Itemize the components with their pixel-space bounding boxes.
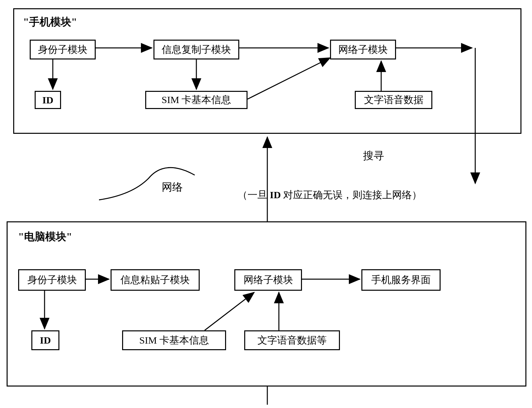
computer-info-paste-sub-box: 信息粘贴子模块 [111, 269, 200, 291]
search-label: 搜寻 [363, 149, 384, 163]
phone-id-box: ID [35, 91, 61, 109]
id-match-annotation: （一旦 ID 对应正确无误，则连接上网络） [238, 188, 422, 202]
network-label: 网络 [162, 180, 183, 195]
computer-id-label: ID [40, 335, 51, 346]
computer-phone-service-ui-label: 手机服务界面 [371, 273, 431, 287]
computer-sim-info-box: SIM 卡基本信息 [122, 330, 226, 350]
computer-network-sub-box: 网络子模块 [234, 269, 302, 291]
annotation-suffix: 对应正确无误，则连接上网络） [281, 189, 422, 200]
computer-network-sub-label: 网络子模块 [244, 273, 293, 287]
computer-identity-sub-box: 身份子模块 [18, 269, 86, 291]
phone-sim-info-label: SIM 卡基本信息 [162, 93, 231, 107]
phone-module-container [13, 8, 521, 134]
phone-module-title: "手机模块" [23, 15, 77, 29]
phone-id-label: ID [42, 94, 53, 106]
phone-network-sub-box: 网络子模块 [330, 40, 396, 59]
computer-module-title: "电脑模块" [18, 230, 72, 244]
computer-identity-sub-label: 身份子模块 [27, 273, 77, 287]
phone-info-copy-sub-box: 信息复制子模块 [153, 40, 239, 59]
computer-sim-info-label: SIM 卡基本信息 [139, 334, 209, 347]
computer-text-voice-data-label: 文字语音数据等 [257, 334, 327, 347]
phone-network-sub-label: 网络子模块 [338, 43, 388, 56]
computer-module-container [7, 221, 526, 387]
phone-identity-sub-box: 身份子模块 [30, 40, 96, 59]
annotation-prefix: （一旦 [238, 189, 270, 200]
phone-text-voice-data-label: 文字语音数据 [364, 93, 423, 107]
phone-info-copy-sub-label: 信息复制子模块 [162, 43, 231, 56]
phone-identity-sub-label: 身份子模块 [38, 43, 87, 56]
phone-sim-info-box: SIM 卡基本信息 [145, 91, 248, 109]
computer-id-box: ID [31, 330, 59, 350]
computer-phone-service-ui-box: 手机服务界面 [361, 269, 441, 291]
annotation-id: ID [270, 189, 281, 200]
phone-text-voice-data-box: 文字语音数据 [355, 91, 432, 109]
computer-info-paste-sub-label: 信息粘贴子模块 [120, 273, 190, 287]
computer-text-voice-data-box: 文字语音数据等 [244, 330, 340, 350]
